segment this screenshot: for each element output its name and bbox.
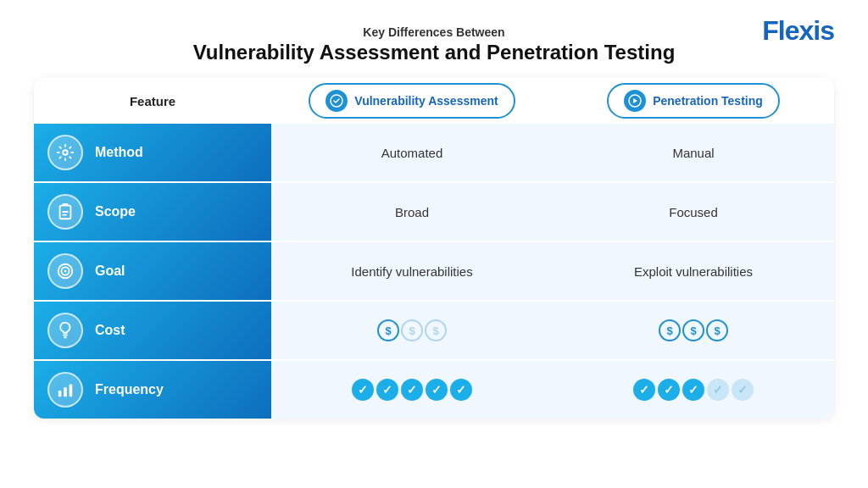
va-cell-cost: $ $ $ [271,302,553,359]
cost-icon-3: $ [425,319,447,341]
va-cell-frequency: ✓ ✓ ✓ ✓ ✓ [271,361,553,419]
comparison-table: Feature Vulnerability Assessment [34,78,834,419]
cost-icon-pt-2: $ [682,319,704,341]
check-4: ✓ [426,379,448,401]
subtitle: Key Differences Between [34,25,834,39]
check-1: ✓ [352,379,374,401]
pt-label: Penetration Testing [653,94,763,108]
table-row: Cost $ $ $ $ $ $ [34,302,834,359]
va-pill: Vulnerability Assessment [309,83,515,119]
svg-point-2 [63,150,68,155]
pt-cell-cost: $ $ $ [553,302,834,359]
pt-pill: Penetration Testing [607,83,780,119]
cost-icon-pt-1: $ [659,319,681,341]
main-title: Vulnerability Assessment and Penetration… [34,41,834,64]
check-pt-3: ✓ [682,379,704,401]
title-section: Key Differences Between Vulnerability As… [34,17,834,64]
header-feature: Feature [34,78,271,124]
pt-freq-icons: ✓ ✓ ✓ ✓ ✓ [633,379,754,401]
feature-cell-scope: Scope [34,183,271,241]
table-row: Scope BroadFocused [34,183,834,241]
goal-label: Goal [95,263,125,279]
pt-cost-icons: $ $ $ [659,319,728,341]
feature-cell-cost: Cost [34,302,271,359]
va-label: Vulnerability Assessment [354,94,498,108]
va-freq-icons: ✓ ✓ ✓ ✓ ✓ [352,379,472,401]
check-pt-2: ✓ [658,379,680,401]
frequency-label: Frequency [95,382,164,397]
check-pt-4: ✓ [707,379,729,401]
feature-cell-goal: Goal [34,242,271,300]
cost-icon-pt-3: $ [706,319,728,341]
table-header: Feature Vulnerability Assessment [34,78,834,124]
cost-icon-2: $ [401,319,423,341]
check-3: ✓ [401,379,423,401]
svg-point-6 [64,270,67,273]
check-2: ✓ [376,379,398,401]
cost-icon-1: $ [377,319,399,341]
method-icon [47,135,83,170]
pt-cell-method: Manual [553,124,834,181]
table-row: Method AutomatedManual [34,124,834,181]
va-cell-scope: Broad [271,183,553,241]
cost-icon [47,313,83,348]
goal-icon [47,253,83,289]
svg-rect-7 [58,391,62,396]
logo: Flexis [762,15,834,47]
scope-icon [47,194,83,230]
svg-rect-9 [70,385,73,397]
method-label: Method [95,145,143,160]
header-va: Vulnerability Assessment [288,83,536,119]
va-cost-icons: $ $ $ [377,319,447,341]
va-icon [326,90,348,112]
table-body: Method AutomatedManual Scope BroadFocuse… [34,124,834,419]
main-container: Flexis Key Differences Between Vulnerabi… [0,0,868,488]
feature-cell-frequency: Frequency [34,361,271,419]
frequency-icon [47,372,83,408]
feature-cell-method: Method [34,124,271,181]
pt-icon [624,90,646,112]
pt-cell-goal: Exploit vulnerabilities [553,242,834,300]
va-cell-goal: Identify vulnerabilities [271,242,553,300]
table-row: Frequency ✓ ✓ ✓ ✓ ✓ ✓ ✓ ✓ ✓ ✓ [34,361,834,419]
table-row: Goal Identify vulnerabilitiesExploit vul… [34,242,834,300]
header-pt: Penetration Testing [570,83,817,119]
check-pt-1: ✓ [633,379,655,401]
pt-cell-scope: Focused [553,183,834,241]
check-5: ✓ [450,379,472,401]
check-pt-5: ✓ [732,379,754,401]
pt-cell-frequency: ✓ ✓ ✓ ✓ ✓ [553,361,834,419]
va-cell-method: Automated [271,124,553,181]
scope-label: Scope [95,204,136,219]
svg-rect-8 [64,387,67,396]
cost-label: Cost [95,323,125,338]
